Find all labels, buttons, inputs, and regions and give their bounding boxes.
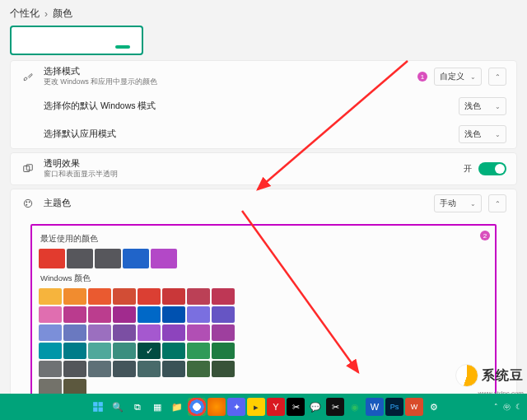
color-swatch[interactable] xyxy=(113,343,136,359)
color-swatch[interactable] xyxy=(88,324,111,341)
accent-row[interactable]: 主题色 手动⌄ ⌃ xyxy=(11,189,516,217)
color-swatch[interactable] xyxy=(63,343,86,359)
mode-title: 选择模式 xyxy=(44,66,417,77)
color-swatch[interactable] xyxy=(138,361,161,377)
photoshop-icon[interactable]: Ps xyxy=(385,398,403,416)
color-swatch[interactable] xyxy=(187,343,210,359)
color-swatch[interactable] xyxy=(162,361,185,377)
word-icon[interactable]: W xyxy=(366,398,384,416)
svg-point-2 xyxy=(24,199,31,207)
color-swatch[interactable] xyxy=(138,343,161,359)
color-swatch[interactable] xyxy=(162,324,185,341)
mode-select[interactable]: 自定义⌄ xyxy=(434,68,482,86)
tray-chevron-icon[interactable]: ˄ xyxy=(494,403,498,411)
mode-expand[interactable]: ⌃ xyxy=(488,68,506,86)
color-swatch[interactable] xyxy=(39,361,62,377)
color-swatch[interactable] xyxy=(39,379,62,395)
svg-point-3 xyxy=(26,202,27,203)
color-swatch[interactable] xyxy=(212,361,235,377)
wps-icon[interactable]: W xyxy=(405,398,423,416)
taskbar[interactable]: 🔍 ⧉ ▦ 📁 ✦ ▸ Y ✂ 💬 ✂ ◉ W Ps W ⚙ ˄ ㊥ ☾ xyxy=(0,394,527,420)
app-mode-select[interactable]: 浅色⌄ xyxy=(459,125,506,143)
color-swatch[interactable] xyxy=(113,306,136,323)
chevron-down-icon: ⌄ xyxy=(470,73,476,81)
recent-swatch[interactable] xyxy=(123,249,149,268)
transparency-toggle[interactable] xyxy=(478,162,506,175)
color-swatch[interactable] xyxy=(138,306,161,323)
chevron-up-icon: ⌃ xyxy=(495,73,501,81)
color-swatch[interactable] xyxy=(162,306,185,323)
color-swatch[interactable] xyxy=(187,306,210,323)
chrome-icon[interactable] xyxy=(188,398,206,416)
color-swatch[interactable] xyxy=(212,343,235,359)
color-swatch[interactable] xyxy=(187,324,210,341)
mode-row[interactable]: 选择模式 更改 Windows 和应用中显示的颜色 1 自定义⌄ ⌃ xyxy=(11,61,516,92)
color-swatch[interactable] xyxy=(187,361,210,377)
transparency-subtitle: 窗口和表面显示半透明 xyxy=(44,170,464,180)
app-mode-label: 选择默认应用模式 xyxy=(44,128,459,140)
explorer-icon[interactable]: 📁 xyxy=(168,398,186,416)
color-swatch[interactable] xyxy=(63,324,86,341)
search-icon[interactable]: 🔍 xyxy=(109,398,127,416)
tray-ime-icon[interactable]: ㊥ xyxy=(503,402,511,413)
win-mode-row: 选择你的默认 Windows 模式 浅色⌄ xyxy=(11,92,516,120)
accent-select[interactable]: 手动⌄ xyxy=(434,194,482,212)
transparency-title: 透明效果 xyxy=(44,158,464,170)
start-button[interactable] xyxy=(89,398,107,416)
color-swatch[interactable] xyxy=(39,343,62,359)
color-swatch[interactable] xyxy=(39,288,62,305)
settings-icon[interactable]: ⚙ xyxy=(425,398,443,416)
watermark-logo xyxy=(455,364,478,387)
color-swatch[interactable] xyxy=(113,361,136,377)
recent-swatch[interactable] xyxy=(95,249,121,268)
taskview-icon[interactable]: ⧉ xyxy=(128,398,147,416)
color-swatch[interactable] xyxy=(138,288,161,305)
recent-swatch[interactable] xyxy=(67,249,93,268)
svg-rect-10 xyxy=(93,408,97,412)
jianying-icon[interactable]: ✂ xyxy=(326,398,344,416)
chat-icon[interactable]: 💬 xyxy=(306,398,324,416)
accent-card: 主题色 手动⌄ ⌃ 2 最近使用的颜色 Windows 颜色 自定义颜色 3 查… xyxy=(10,189,517,420)
color-swatch[interactable] xyxy=(162,288,185,305)
color-swatch[interactable] xyxy=(63,379,86,395)
capcut-icon[interactable]: ✂ xyxy=(287,398,305,416)
firefox-icon[interactable] xyxy=(208,398,226,416)
breadcrumb-current: 颜色 xyxy=(53,7,72,21)
color-swatch[interactable] xyxy=(88,361,111,377)
color-swatch[interactable] xyxy=(63,306,86,323)
color-swatch[interactable] xyxy=(212,324,235,341)
discord-icon[interactable]: ✦ xyxy=(227,398,245,416)
color-swatch[interactable] xyxy=(113,324,136,341)
color-swatch[interactable] xyxy=(187,288,210,305)
recent-swatches xyxy=(39,249,488,268)
recent-label: 最近使用的颜色 xyxy=(40,234,488,245)
svg-point-4 xyxy=(29,202,30,203)
windows-color-grid xyxy=(39,288,488,395)
chevron-down-icon: ⌄ xyxy=(495,103,501,110)
accent-expand[interactable]: ⌃ xyxy=(488,194,506,212)
tray-moon-icon[interactable]: ☾ xyxy=(515,403,522,411)
color-swatch[interactable] xyxy=(212,306,235,323)
breadcrumb-parent[interactable]: 个性化 xyxy=(10,7,40,21)
color-swatch[interactable] xyxy=(212,288,235,305)
yandex-icon[interactable]: Y xyxy=(267,398,285,416)
color-swatch[interactable] xyxy=(39,306,62,323)
potplayer-icon[interactable]: ▸ xyxy=(247,398,265,416)
color-swatch[interactable] xyxy=(39,324,62,341)
color-swatch[interactable] xyxy=(63,288,86,305)
recent-swatch[interactable] xyxy=(151,249,177,268)
transparency-row[interactable]: 透明效果 窗口和表面显示半透明 开 xyxy=(11,153,516,184)
color-swatch[interactable] xyxy=(88,288,111,305)
color-swatch[interactable] xyxy=(63,361,86,377)
evernote-icon[interactable]: ◉ xyxy=(346,398,364,416)
color-swatch[interactable] xyxy=(162,343,185,359)
color-swatch[interactable] xyxy=(138,324,161,341)
recent-swatch[interactable] xyxy=(39,249,65,268)
win-mode-select[interactable]: 浅色⌄ xyxy=(459,97,506,115)
brush-icon xyxy=(21,69,35,84)
color-swatch[interactable] xyxy=(88,306,111,323)
color-swatch[interactable] xyxy=(113,288,136,305)
color-swatch[interactable] xyxy=(88,343,111,359)
system-tray[interactable]: ˄ ㊥ ☾ xyxy=(494,402,522,413)
widgets-icon[interactable]: ▦ xyxy=(148,398,166,416)
